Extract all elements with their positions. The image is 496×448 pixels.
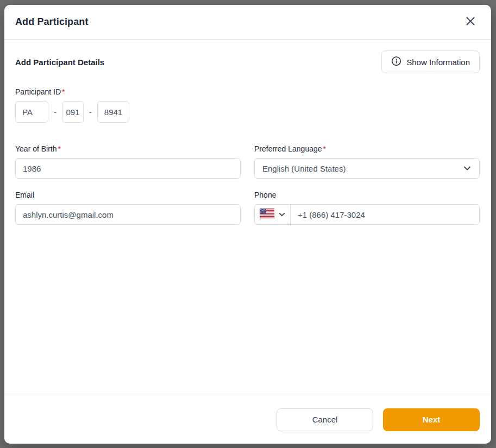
phone-input-group (254, 204, 480, 225)
phone-number-input[interactable] (291, 205, 479, 224)
participant-id-segment-2[interactable] (62, 101, 84, 123)
participant-id-inputs: - - (15, 101, 480, 123)
email-field: Email (15, 191, 241, 225)
close-icon (466, 16, 475, 28)
show-information-button[interactable]: Show Information (381, 51, 480, 73)
chevron-down-icon (278, 211, 286, 218)
preferred-language-value: English (United States) (262, 164, 346, 173)
close-button[interactable] (463, 15, 478, 30)
section-head: Add Participant Details Show Information (15, 51, 480, 73)
participant-id-segment-3[interactable] (97, 101, 129, 123)
email-input[interactable] (15, 204, 241, 225)
modal-header: Add Participant (4, 5, 491, 40)
phone-label: Phone (254, 191, 480, 199)
id-separator: - (54, 108, 56, 117)
participant-id-segment-1[interactable] (15, 101, 48, 123)
next-button[interactable]: Next (383, 408, 480, 431)
phone-country-select[interactable] (255, 205, 291, 224)
form-grid: Year of Birth* Preferred Language* Engli… (15, 144, 480, 225)
phone-field: Phone (254, 191, 480, 225)
required-asterisk: * (62, 87, 65, 96)
required-asterisk: * (58, 144, 61, 153)
show-information-label: Show Information (406, 58, 470, 67)
modal-title: Add Participant (15, 16, 89, 28)
required-asterisk: * (323, 144, 326, 153)
year-of-birth-label: Year of Birth* (15, 144, 241, 153)
modal-body: Add Participant Details Show Information… (4, 40, 491, 395)
chevron-down-icon (463, 164, 472, 173)
participant-id-group: Participant ID* - - (15, 87, 480, 123)
modal-footer: Cancel Next (4, 395, 491, 444)
year-of-birth-field: Year of Birth* (15, 144, 241, 179)
add-participant-modal: Add Participant Add Participant Details (4, 5, 491, 444)
id-separator: - (89, 108, 92, 117)
preferred-language-select[interactable]: English (United States) (254, 158, 480, 179)
cancel-button[interactable]: Cancel (277, 408, 373, 431)
preferred-language-label: Preferred Language* (254, 144, 480, 153)
preferred-language-field: Preferred Language* English (United Stat… (254, 144, 480, 179)
participant-id-label: Participant ID* (15, 87, 480, 96)
info-icon (391, 56, 401, 68)
year-of-birth-input[interactable] (15, 158, 241, 179)
email-label: Email (15, 191, 241, 199)
section-title: Add Participant Details (15, 58, 104, 67)
us-flag-icon (260, 209, 274, 220)
